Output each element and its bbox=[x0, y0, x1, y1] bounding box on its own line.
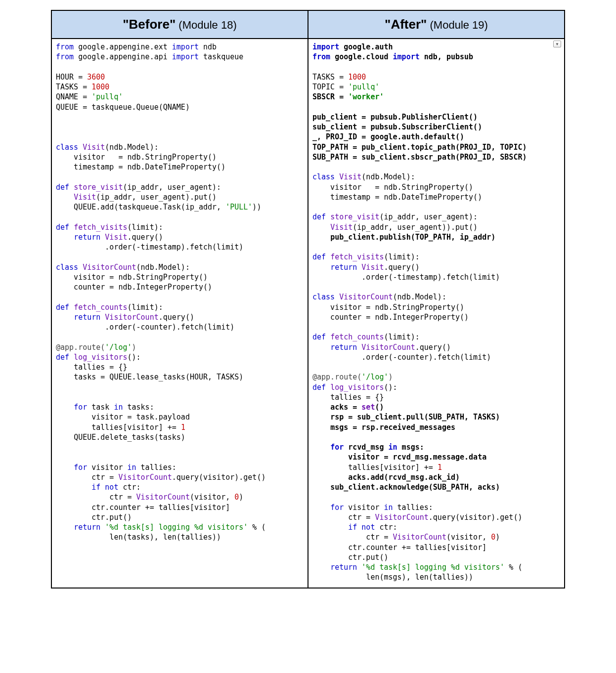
ret-fmt-a: '%d task[s] logging %d visitors' bbox=[361, 563, 504, 572]
ret-fmt: '%d task[s] logging %d visitors' bbox=[105, 523, 248, 532]
fetch-counts-chain: .order(-counter).fetch(limit) bbox=[105, 323, 234, 332]
loop2-l4-a: ctr.counter += tallies[visitor] bbox=[348, 543, 486, 552]
msgs-assign: msgs = rsp.received_messages bbox=[330, 423, 455, 432]
after-column: "After" (Module 19) ▼ import google.auth… bbox=[308, 11, 564, 588]
visit-timestamp: ndb.DateTimeProperty() bbox=[128, 163, 226, 171]
loop1-l1: visitor = task.payload bbox=[91, 413, 190, 421]
fetch-visits-chain-a: .order(-timestamp).fetch(limit) bbox=[361, 273, 500, 282]
rsp-pull: rsp = sub_client.pull(SUB_PATH, TASKS) bbox=[330, 413, 500, 421]
loop1-l1-a: visitor = rcvd_msg.message.data bbox=[348, 453, 486, 462]
tasks-lease: tasks = QUEUE.lease_tasks(HOUR, TASKS) bbox=[74, 373, 243, 381]
visit-visitor: ndb.StringProperty() bbox=[128, 153, 217, 162]
tallies-init-a: tallies = {} bbox=[330, 393, 384, 402]
visit-timestamp-a: ndb.DateTimeProperty() bbox=[384, 193, 483, 202]
vc-counter-a: ndb.IntegerProperty() bbox=[375, 313, 469, 322]
before-column: "Before" (Module 18) from google.appengi… bbox=[52, 11, 308, 588]
proj-id: _, PROJ_ID = google.auth.default() bbox=[312, 132, 464, 141]
topic-value: 'pullq' bbox=[348, 83, 379, 91]
loop2-l5-a: ctr.put() bbox=[348, 553, 388, 562]
sbscr-value: 'worker' bbox=[348, 92, 384, 101]
vc-counter: ndb.IntegerProperty() bbox=[118, 283, 212, 292]
tasks-value-a: 1000 bbox=[348, 73, 366, 82]
loop2-l4: ctr.counter += tallies[visitor] bbox=[91, 503, 230, 512]
qname-value: 'pullq' bbox=[91, 92, 123, 101]
queue-expr: taskqueue.Queue(QNAME) bbox=[91, 103, 190, 112]
delete-tasks: QUEUE.delete_tasks(tasks) bbox=[74, 433, 185, 442]
fetch-visits-chain: .order(-timestamp).fetch(limit) bbox=[105, 243, 243, 252]
vc-visitor: ndb.StringProperty() bbox=[118, 273, 208, 282]
tallies-init: tallies = {} bbox=[74, 363, 127, 372]
ret-args-a: len(msgs), len(tallies)) bbox=[366, 573, 473, 582]
ret-args: len(tasks), len(tallies)) bbox=[109, 533, 221, 542]
after-subtitle: (Module 19) bbox=[427, 19, 488, 31]
before-header: "Before" (Module 18) bbox=[52, 11, 308, 39]
acknowledge: sub_client.acknowledge(SUB_PATH, acks) bbox=[330, 483, 500, 492]
visit-class: Visit bbox=[83, 143, 105, 152]
visit-class-a: Visit bbox=[339, 172, 361, 181]
after-code: import google.auth from google.cloud imp… bbox=[308, 39, 564, 588]
tasks-value: 1000 bbox=[91, 83, 109, 91]
hour-value: 3600 bbox=[87, 73, 105, 82]
visitorcount-class-a: VisitorCount bbox=[339, 293, 393, 301]
comparison-table: "Before" (Module 18) from google.appengi… bbox=[51, 10, 565, 589]
sub-client: pubsub.SubscriberClient() bbox=[370, 123, 482, 131]
before-subtitle: (Module 18) bbox=[176, 19, 237, 31]
top-path: TOP_PATH = pub_client.topic_path(PROJ_ID… bbox=[312, 143, 527, 152]
sub-path: SUB_PATH = sub_client.sbscr_path(PROJ_ID… bbox=[312, 153, 527, 162]
vc-visitor-a: ndb.StringProperty() bbox=[375, 303, 464, 312]
after-header: "After" (Module 19) bbox=[308, 11, 564, 39]
fetch-counts-chain-a: .order(-counter).fetch(limit) bbox=[361, 353, 491, 362]
publish-call: pub_client.publish(TOP_PATH, ip_addr) bbox=[330, 233, 495, 242]
pub-client: pubsub.PublisherClient() bbox=[370, 113, 478, 122]
after-title: "After" bbox=[385, 17, 427, 32]
visitorcount-class: VisitorCount bbox=[83, 263, 136, 272]
before-title: "Before" bbox=[123, 17, 176, 32]
dropdown-icon[interactable]: ▼ bbox=[553, 41, 561, 47]
loop2-l5: ctr.put() bbox=[91, 513, 132, 522]
loop1-l3-a: acks.add(rcvd_msg.ack_id) bbox=[348, 473, 460, 482]
visit-visitor-a: ndb.StringProperty() bbox=[384, 183, 474, 192]
before-code: from google.appengine.ext import ndb fro… bbox=[52, 39, 308, 547]
